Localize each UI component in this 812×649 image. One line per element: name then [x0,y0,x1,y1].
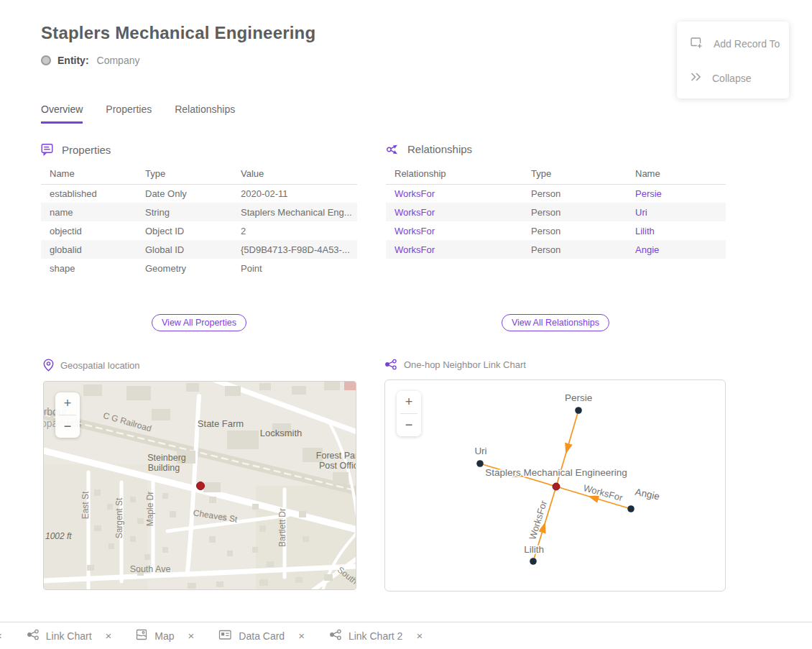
column-header: Name [627,164,726,184]
properties-section-title: Properties [62,144,111,156]
link-chart-canvas[interactable]: WorksForWorksForPersieUriAngieLilithStap… [385,380,725,591]
entity-label: Entity: [57,55,89,66]
map-label: Maple Dr [145,492,155,527]
bottom-tab-map[interactable]: Map× [136,629,194,643]
tab-overview[interactable]: Overview [41,103,83,124]
map-label: Steinberg [147,453,186,463]
map-label: Bartlett Dr [277,508,287,547]
node-uri[interactable] [476,460,484,467]
geospatial-heading-label: Geospatial location [60,360,140,371]
map-label: Building [148,463,180,473]
relationships-section-heading: Relationships [386,143,472,155]
related-entity-link[interactable]: Persie [627,184,726,203]
map-label: South Ave [130,564,171,574]
relationships-table-header: RelationshipTypeName [386,164,726,184]
relationship-type: Person [522,203,627,221]
map-panel[interactable]: + − [43,381,356,590]
map-icon [136,629,148,643]
menu-item-add-record-to[interactable]: Add Record To [677,26,789,62]
tab-properties[interactable]: Properties [106,103,152,124]
bottom-tab-label: Map [154,630,174,642]
bottom-tab-link-chart[interactable]: Link Chart× [27,629,112,643]
tab-relationships[interactable]: Relationships [175,103,235,124]
relationship-row: WorksForPersonLilith [386,221,726,240]
map-label: 1002 ft [45,531,72,541]
tab-close-icon[interactable]: × [106,630,112,642]
property-row: establishedDate Only2020-02-11 [41,184,357,203]
relationship-link[interactable]: WorksFor [386,240,522,259]
data-card-icon [218,629,232,643]
entity-row: Entity: Company [41,55,139,66]
tab-close-icon[interactable]: × [188,630,195,642]
entity-value: Company [97,55,140,66]
properties-section-heading: Properties [41,143,111,156]
relationships-section-title: Relationships [407,143,472,155]
view-all-relationships-button[interactable]: View All Relationships [502,314,609,331]
relationships-table: RelationshipTypeName WorksForPersonPersi… [386,164,726,259]
relationship-link[interactable]: WorksFor [386,203,522,221]
node-label: Uri [474,446,486,456]
properties-table: NameTypeValue establishedDate Only2020-0… [41,164,357,277]
linkchart-zoom-control: + − [397,391,421,436]
detail-tabs: OverviewPropertiesRelationships [41,103,235,124]
geospatial-heading: Geospatial location [43,359,140,372]
node-label: Angie [634,487,660,502]
relationship-row: WorksForPersonAngie [386,240,726,259]
map-label: East St [80,491,91,519]
relationship-row: WorksForPersonPersie [386,184,726,203]
property-row: objectidObject ID2 [41,221,357,240]
relationship-link[interactable]: WorksFor [386,221,522,240]
column-header: Name [41,164,137,184]
view-all-properties-button[interactable]: View All Properties [152,314,246,331]
properties-icon [41,143,55,156]
linkchart-heading-label: One-hop Neighbor Link Chart [404,359,526,370]
relationship-link[interactable]: WorksFor [386,184,522,203]
linkchart-heading: One-hop Neighbor Link Chart [384,359,526,370]
bottom-tab-link-chart-2[interactable]: Link Chart 2× [329,629,423,643]
properties-table-header: NameTypeValue [41,164,357,184]
column-header: Relationship [386,164,522,184]
center-node[interactable] [553,483,560,490]
tab-close-icon[interactable]: × [298,630,305,642]
relationship-type: Person [522,221,627,240]
map-label: Locksmith [260,428,303,438]
related-entity-link[interactable]: Uri [627,203,726,221]
node-angie[interactable] [627,505,635,512]
center-node-label: Staplers Mechanical Engineering [485,467,627,478]
edge-arrow-icon [562,443,573,455]
partial-tab-close-icon[interactable]: × [0,630,2,642]
linkchart-panel[interactable]: + − WorksForWorksForPersieUriAngieLilith… [384,379,726,592]
link-chart-icon [384,359,397,370]
tab-close-icon[interactable]: × [416,630,423,642]
map-zoom-out-button[interactable]: − [55,415,80,438]
basemap[interactable]: rbouropaedicsC G RailroadState FarmLocks… [44,382,356,590]
map-pin-icon [43,359,54,372]
property-row: nameStringStaplers Mechanical Eng... [41,203,357,221]
linkchart-zoom-out-button[interactable]: − [397,414,421,436]
property-row: shapeGeometryPoint [41,259,357,277]
menu-item-collapse[interactable]: Collapse [677,62,789,94]
relationship-type: Person [522,240,627,259]
related-entity-link[interactable]: Angie [627,240,726,259]
map-zoom-in-button[interactable]: + [55,392,80,415]
related-entity-link[interactable]: Lilith [627,221,726,240]
menu-item-label: Collapse [712,73,751,84]
node-persie[interactable] [575,407,582,414]
node-lilith[interactable] [530,558,537,565]
bottom-tab-label: Link Chart 2 [349,630,402,642]
node-label: Persie [565,392,592,403]
link-chart-icon [27,629,40,643]
page-title: Staplers Mechanical Engineering [41,23,315,43]
bottom-tab-data-card[interactable]: Data Card× [218,629,305,643]
linkchart-zoom-in-button[interactable]: + [397,391,421,413]
column-header: Type [137,164,232,184]
map-label: State Farm [198,418,244,429]
map-label: Sargent St [114,497,124,538]
relationships-icon [386,144,400,155]
column-header: Type [522,164,627,184]
relationship-type: Person [522,184,627,203]
node-label: Lilith [524,544,544,555]
map-zoom-control: + − [55,392,80,438]
bottom-tab-bar: × Link Chart×Map×Data Card×Link Chart 2× [0,622,812,649]
entity-map-marker[interactable] [197,482,205,490]
